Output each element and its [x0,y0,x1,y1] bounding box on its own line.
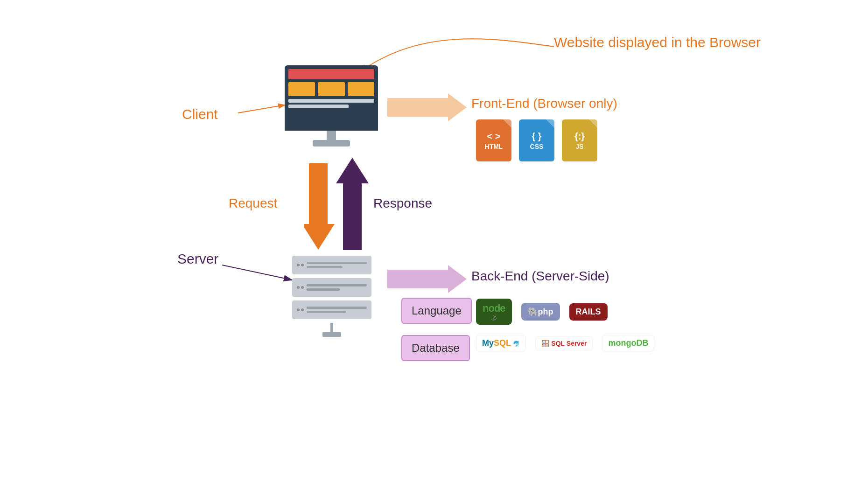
html-icon: < > HTML [476,119,511,161]
language-logos: node .js 🐘php RAILS [476,299,608,325]
response-label: Response [373,196,432,211]
server-dot [297,286,300,289]
server-dot [301,264,304,266]
server-dots-1 [297,264,304,266]
monitor-line-2 [288,105,349,108]
mongodb-text: mongoDB [608,338,648,348]
frontend-icons: < > HTML { } CSS {:} JS [476,119,597,161]
frontend-arrow [387,93,467,121]
server-line [307,266,343,268]
server-line [307,307,367,309]
server-unit-1 [292,256,371,274]
backend-label: Back-End (Server-Side) [471,269,609,284]
nodejs-logo: node .js [476,299,512,325]
server-lines-3 [307,307,367,313]
css-file-icon: { } CSS [519,119,554,161]
monitor-block-1 [288,82,315,96]
sqlserver-logo: 🪟 SQL Server [535,336,593,350]
client-label: Client [182,106,218,122]
database-box: Database [401,335,470,361]
monitor-content-row [288,82,374,96]
svg-marker-3 [304,163,335,250]
nodejs-text: node [483,302,505,314]
server-unit-2 [292,278,371,297]
svg-marker-6 [387,265,467,293]
server-dot [301,286,304,289]
html-name: HTML [485,143,503,150]
rails-text: RAILS [576,307,601,317]
php-logo: 🐘php [521,303,560,321]
server-label: Server [177,251,218,267]
html-file-icon: < > HTML [476,119,511,161]
server-dot [301,308,304,311]
frontend-label: Front-End (Browser only) [471,96,617,111]
js-file-icon: {:} JS [562,119,597,161]
mysql-dolphin: 🐬 [513,341,520,347]
request-label: Request [229,196,277,211]
js-icon: {:} JS [562,119,597,161]
backend-arrow [387,265,467,293]
language-box: Language [401,298,472,324]
response-arrow [336,158,369,250]
php-text: 🐘php [528,307,553,317]
mysql-text2: SQL [494,338,511,348]
sqlserver-text: 🪟 SQL Server [541,340,587,347]
mongodb-logo: mongoDB [602,335,654,351]
js-name: JS [575,143,583,150]
request-arrow [304,163,337,252]
database-logos: MySQL 🐬 🪟 SQL Server mongoDB [476,335,654,351]
css-icon: { } CSS [519,119,554,161]
css-name: CSS [530,143,544,150]
server-dot [297,308,300,311]
monitor-block-2 [318,82,344,96]
html-glyph: < > [487,131,501,142]
js-glyph: {:} [574,131,585,142]
monitor-screen [285,65,378,131]
server-unit-3 [292,300,371,319]
server-dots-2 [297,286,304,289]
svg-marker-5 [387,93,467,121]
server-line [307,311,346,313]
svg-marker-4 [336,158,369,250]
nodejs-subtext: .js [491,314,497,321]
monitor-stand-base [313,140,350,147]
rails-logo: RAILS [569,303,608,321]
monitor-bar [288,69,374,79]
server-line [307,262,367,264]
monitor-illustration [285,65,378,147]
diagram-container: Website displayed in the Browser Client … [0,0,868,489]
server-dot [297,264,300,266]
mysql-logo: MySQL 🐬 [476,335,526,351]
server-lines-2 [307,284,367,291]
mysql-text: My [482,338,494,348]
server-line [307,284,367,286]
server-post [330,323,333,332]
monitor-block-3 [348,82,374,96]
monitor-stand-neck [327,131,336,140]
css-glyph: { } [532,131,541,142]
server-illustration [292,256,371,337]
website-label: Website displayed in the Browser [554,35,761,50]
server-base [322,332,341,337]
server-lines-1 [307,262,367,268]
server-line [307,288,340,291]
server-dots-3 [297,308,304,311]
monitor-line-1 [288,99,374,103]
